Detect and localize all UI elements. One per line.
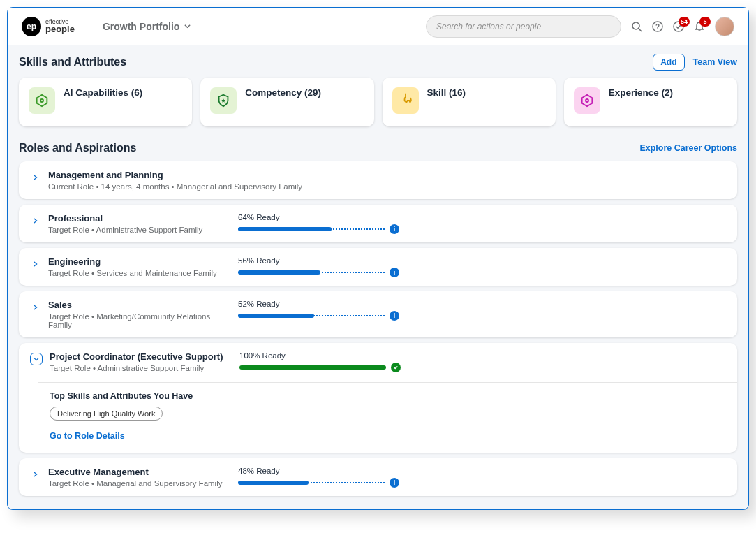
card-experience[interactable]: Experience (2) [564,78,737,126]
skills-title: Skills and Attributes [19,56,126,68]
logo[interactable]: ep effectivepeople [22,17,75,36]
header-bar: ep effectivepeople Growth Portfolio ? 54… [8,8,748,45]
expand-chevron[interactable] [30,302,41,313]
explore-careers-link[interactable]: Explore Career Options [639,143,737,153]
search-input[interactable] [436,22,611,31]
expand-chevron[interactable] [30,215,41,226]
svg-marker-6 [37,95,47,107]
hexagon-icon [29,87,55,114]
tasks-icon[interactable]: 54 [673,21,684,32]
svg-point-10 [586,99,588,102]
add-button[interactable]: Add [653,54,684,71]
card-competency[interactable]: Competency (29) [200,78,373,126]
svg-text:?: ? [655,23,660,31]
svg-point-7 [40,99,43,102]
svg-marker-9 [581,95,592,107]
hexagon-icon [574,87,600,114]
tasks-badge: 54 [679,17,690,27]
svg-marker-8 [222,98,226,103]
card-ai-capabilities[interactable]: AI Capabilities (6) [19,78,192,126]
bell-badge: 5 [699,17,711,27]
nav-label: Growth Portfolio [103,21,179,32]
collapse-chevron[interactable] [30,353,43,365]
wrench-icon [392,87,419,114]
expand-chevron[interactable] [30,172,41,183]
bell-icon[interactable]: 5 [694,21,705,32]
avatar[interactable] [715,17,734,36]
role-row: Management and Planning Current Role • 1… [19,161,737,199]
role-row: Professional Target Role • Administrativ… [19,205,737,242]
search-icon-button[interactable] [631,21,642,32]
svg-point-0 [632,22,639,29]
info-icon[interactable]: i [390,311,399,321]
expand-chevron[interactable] [30,469,41,480]
help-icon[interactable]: ? [652,21,663,32]
svg-line-1 [639,29,642,31]
roles-title: Roles and Aspirations [19,142,136,154]
info-icon[interactable]: i [390,478,399,488]
role-row: Engineering Target Role • Services and M… [19,248,737,286]
info-icon[interactable]: i [390,268,399,277]
expand-chevron[interactable] [30,258,41,270]
top-skills-label: Top Skills and Attributes You Have [50,391,726,401]
skill-chip[interactable]: Delivering High Quality Work [50,407,163,421]
search-box[interactable] [426,15,621,38]
info-icon[interactable]: i [390,224,399,234]
role-row-expanded: Project Coordinator (Executive Support) … [19,343,737,453]
nav-dropdown[interactable]: Growth Portfolio [103,21,191,32]
role-row: Executive Management Target Role • Manag… [19,458,737,496]
check-icon [391,363,401,372]
card-skill[interactable]: Skill (16) [383,78,556,126]
role-details-link[interactable]: Go to Role Details [50,431,125,441]
role-row: Sales Target Role • Marketing/Community … [19,291,737,337]
shield-icon [210,87,237,114]
team-view-link[interactable]: Team View [693,57,737,67]
chevron-down-icon [184,22,191,30]
